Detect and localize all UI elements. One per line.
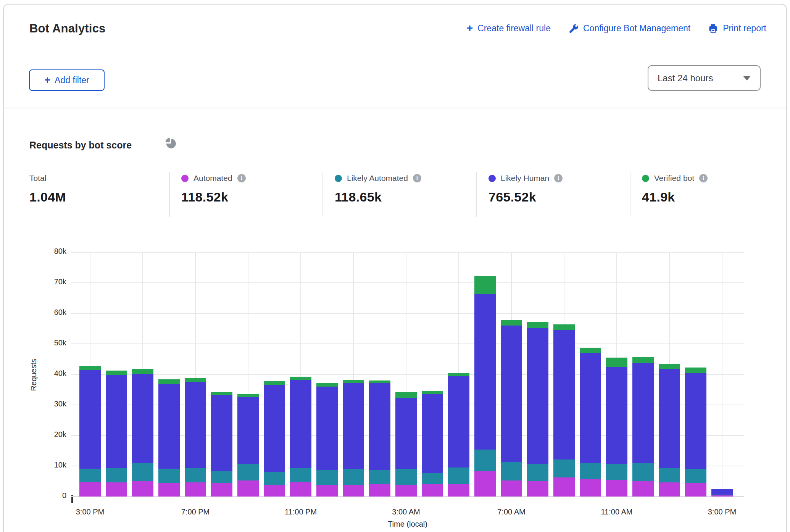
bar-segment[interactable] <box>237 397 259 464</box>
bar-segment[interactable] <box>106 371 127 375</box>
bar-segment[interactable] <box>580 463 601 479</box>
bar-segment[interactable] <box>369 380 390 383</box>
bar-segment[interactable] <box>632 463 654 481</box>
bar-segment[interactable] <box>264 381 285 385</box>
bar-segment[interactable] <box>527 464 548 481</box>
bar-segment[interactable] <box>158 384 180 469</box>
bar-segment[interactable] <box>501 480 522 497</box>
bar-segment[interactable] <box>211 471 232 483</box>
bar-segment[interactable] <box>106 468 127 483</box>
bar-segment[interactable] <box>553 459 575 477</box>
time-range-select[interactable]: Last 24 hours <box>648 65 761 91</box>
bar-segment[interactable] <box>264 472 285 485</box>
bar-segment[interactable] <box>711 495 733 495</box>
info-icon[interactable]: i <box>413 174 421 182</box>
bar-segment[interactable] <box>106 375 127 468</box>
bar-segment[interactable] <box>659 364 680 369</box>
bar-segment[interactable] <box>501 326 522 462</box>
bar-segment[interactable] <box>501 462 522 480</box>
bar-segment[interactable] <box>448 484 469 497</box>
bar-segment[interactable] <box>316 383 338 387</box>
bar-segment[interactable] <box>211 392 232 395</box>
info-icon[interactable]: i <box>554 174 563 182</box>
bar-segment[interactable] <box>474 450 496 471</box>
bar-segment[interactable] <box>343 380 364 382</box>
bar-segment[interactable] <box>527 481 548 497</box>
bar-segment[interactable] <box>527 328 548 464</box>
bar-segment[interactable] <box>527 322 548 327</box>
bar-segment[interactable] <box>580 348 601 353</box>
bar-segment[interactable] <box>369 484 390 497</box>
bar-segment[interactable] <box>448 468 469 484</box>
bar-segment[interactable] <box>659 468 680 482</box>
bar-segment[interactable] <box>711 489 733 489</box>
bar-segment[interactable] <box>632 481 654 497</box>
bar-segment[interactable] <box>343 383 364 469</box>
bar-segment[interactable] <box>659 369 680 468</box>
bar-segment[interactable] <box>553 324 575 330</box>
bar-segment[interactable] <box>580 479 601 497</box>
create-firewall-rule-link[interactable]: + Create firewall rule <box>467 23 551 34</box>
bar-segment[interactable] <box>632 363 654 463</box>
bar-segment[interactable] <box>237 464 259 480</box>
bar-segment[interactable] <box>185 382 206 468</box>
bar-segment[interactable] <box>711 489 733 495</box>
bar-segment[interactable] <box>474 471 496 497</box>
bar-segment[interactable] <box>316 470 338 485</box>
bar-segment[interactable] <box>685 373 706 469</box>
bar-segment[interactable] <box>290 482 311 497</box>
bar-segment[interactable] <box>580 353 601 463</box>
bar-segment[interactable] <box>685 469 706 483</box>
bar-segment[interactable] <box>264 385 285 472</box>
bar-segment[interactable] <box>290 468 311 482</box>
bar-segment[interactable] <box>132 374 153 463</box>
bar-segment[interactable] <box>474 276 496 293</box>
bar-segment[interactable] <box>79 370 101 469</box>
bar-segment[interactable] <box>553 330 575 459</box>
bar-segment[interactable] <box>264 485 285 497</box>
bar-segment[interactable] <box>132 481 153 497</box>
bar-segment[interactable] <box>606 358 627 367</box>
add-filter-button[interactable]: + Add filter <box>29 69 105 91</box>
info-icon[interactable]: i <box>237 174 246 182</box>
bar-segment[interactable] <box>316 485 338 497</box>
bar-segment[interactable] <box>606 464 627 480</box>
bar-segment[interactable] <box>132 369 153 374</box>
bar-segment[interactable] <box>185 482 206 497</box>
bar-segment[interactable] <box>211 395 232 471</box>
bar-segment[interactable] <box>290 377 311 380</box>
bar-segment[interactable] <box>474 294 496 450</box>
bar-segment[interactable] <box>422 394 443 473</box>
bar-segment[interactable] <box>606 480 627 497</box>
bar-segment[interactable] <box>79 482 101 497</box>
bar-segment[interactable] <box>237 480 259 497</box>
bar-segment[interactable] <box>685 483 706 497</box>
bar-segment[interactable] <box>395 398 417 469</box>
bar-segment[interactable] <box>79 366 101 370</box>
bar-segment[interactable] <box>369 383 390 470</box>
bar-segment[interactable] <box>422 391 443 394</box>
bar-segment[interactable] <box>395 485 417 497</box>
bar-segment[interactable] <box>158 483 180 497</box>
bar-segment[interactable] <box>158 469 180 483</box>
bar-segment[interactable] <box>290 380 311 468</box>
bar-segment[interactable] <box>369 470 390 484</box>
bar-segment[interactable] <box>422 484 443 497</box>
bar-segment[interactable] <box>448 376 469 468</box>
bar-segment[interactable] <box>343 469 364 485</box>
configure-bot-management-link[interactable]: Configure Bot Management <box>568 23 690 34</box>
bar-segment[interactable] <box>448 373 469 376</box>
bar-segment[interactable] <box>606 367 627 464</box>
bar-segment[interactable] <box>685 368 706 373</box>
bar-segment[interactable] <box>501 320 522 326</box>
bar-segment[interactable] <box>185 468 206 483</box>
bar-segment[interactable] <box>659 482 680 497</box>
bar-segment[interactable] <box>316 387 338 470</box>
bar-segment[interactable] <box>132 463 153 481</box>
bar-segment[interactable] <box>106 482 127 497</box>
bar-segment[interactable] <box>237 394 259 397</box>
print-report-link[interactable]: Print report <box>708 23 766 34</box>
bar-segment[interactable] <box>553 477 575 497</box>
bar-segment[interactable] <box>711 495 733 497</box>
bar-segment[interactable] <box>343 485 364 497</box>
